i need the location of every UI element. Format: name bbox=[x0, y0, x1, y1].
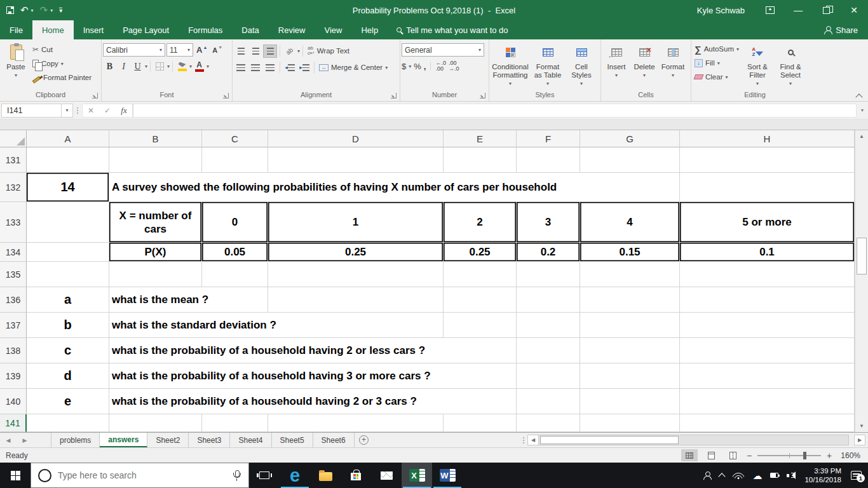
cell-E141[interactable] bbox=[444, 414, 517, 432]
comma-style-button[interactable]: , bbox=[424, 62, 426, 71]
clear-button[interactable]: Clear▾ bbox=[693, 70, 741, 84]
cell-H138[interactable] bbox=[680, 338, 855, 363]
center-button[interactable] bbox=[248, 61, 262, 74]
zoom-level[interactable]: 160% bbox=[837, 451, 860, 460]
cell-A139[interactable]: d bbox=[27, 363, 109, 389]
cell-C134[interactable]: 0.05 bbox=[202, 243, 268, 262]
taskbar-mail[interactable] bbox=[371, 463, 402, 488]
scroll-left-icon[interactable]: ◀ bbox=[527, 435, 539, 445]
decrease-indent-button[interactable]: ◂ bbox=[283, 61, 297, 74]
cell-H141[interactable] bbox=[680, 414, 855, 432]
undo-icon[interactable]: ↶ bbox=[20, 4, 29, 16]
cell-G141[interactable] bbox=[580, 414, 680, 432]
cell-H139[interactable] bbox=[680, 363, 855, 389]
page-break-view-button[interactable] bbox=[724, 449, 741, 461]
fill-color-dropdown-icon[interactable]: ▾ bbox=[189, 64, 192, 69]
orientation-button[interactable]: ab bbox=[283, 44, 297, 58]
taskbar-clock[interactable]: 3:39 PM 10/16/2018 bbox=[804, 466, 841, 484]
formula-bar-divider[interactable] bbox=[73, 107, 82, 114]
share-button[interactable]: Share bbox=[824, 20, 868, 39]
cell-styles-button[interactable]: Cell Styles▾ bbox=[566, 41, 597, 88]
cell-B132[interactable]: A survey showed the following probabilit… bbox=[109, 173, 680, 202]
cell-A136[interactable]: a bbox=[27, 287, 109, 313]
ribbon-tab-help[interactable]: Help bbox=[351, 20, 388, 39]
horizontal-scroll-thumb[interactable] bbox=[540, 436, 679, 444]
font-color-button[interactable]: A bbox=[193, 60, 206, 73]
sheet-tab-sheet3[interactable]: Sheet3 bbox=[189, 433, 230, 447]
tell-me-box[interactable]: Tell me what you want to do bbox=[388, 20, 517, 39]
fill-button[interactable]: ↓Fill▾ bbox=[693, 56, 741, 70]
row-header-135[interactable]: 135 bbox=[0, 262, 27, 287]
underline-button[interactable]: U bbox=[131, 60, 144, 73]
sheet-tab-sheet2[interactable]: Sheet2 bbox=[147, 433, 189, 447]
confirm-entry-icon[interactable]: ✓ bbox=[99, 106, 116, 115]
cell-F136[interactable] bbox=[517, 287, 580, 313]
search-input[interactable] bbox=[58, 470, 233, 480]
orientation-dropdown-icon[interactable]: ▾ bbox=[297, 48, 300, 54]
cell-B141[interactable] bbox=[109, 414, 202, 432]
column-header-D[interactable]: D bbox=[268, 130, 444, 147]
cell-F140[interactable] bbox=[517, 389, 580, 414]
cell-D133[interactable]: 1 bbox=[268, 202, 444, 243]
zoom-slider-thumb[interactable] bbox=[803, 452, 806, 459]
sheet-tab-sheet6[interactable]: Sheet6 bbox=[313, 433, 355, 447]
tab-splitter-handle[interactable] bbox=[520, 433, 527, 447]
cell-F135[interactable] bbox=[517, 262, 580, 287]
italic-button[interactable]: I bbox=[117, 60, 130, 73]
cell-F134[interactable]: 0.2 bbox=[517, 243, 580, 262]
cell-B138[interactable]: what is the probability of a household h… bbox=[109, 338, 517, 363]
ribbon-tab-insert[interactable]: Insert bbox=[74, 20, 114, 39]
cell-B137[interactable]: what is the standard deviation ? bbox=[109, 313, 444, 338]
new-sheet-button[interactable]: + bbox=[355, 433, 374, 447]
cell-B140[interactable]: what is the probability of a househould … bbox=[109, 389, 517, 414]
column-header-A[interactable]: A bbox=[27, 130, 109, 147]
select-all-corner[interactable] bbox=[0, 130, 27, 147]
zoom-slider[interactable] bbox=[757, 455, 821, 456]
show-hidden-icons-icon[interactable] bbox=[719, 473, 726, 480]
battery-icon[interactable] bbox=[770, 473, 778, 478]
redo-dropdown-icon[interactable]: ▾ bbox=[50, 8, 53, 13]
sheet-tab-sheet5[interactable]: Sheet5 bbox=[272, 433, 313, 447]
cell-H131[interactable] bbox=[680, 147, 855, 173]
cell-F137[interactable] bbox=[517, 313, 580, 338]
format-as-table-button[interactable]: Format as Table▾ bbox=[530, 41, 566, 88]
cell-A138[interactable]: c bbox=[27, 338, 109, 363]
top-align-button[interactable] bbox=[234, 44, 248, 58]
cell-H135[interactable] bbox=[680, 262, 855, 287]
cell-B139[interactable]: what is the probability of a household h… bbox=[109, 363, 517, 389]
bold-button[interactable]: B bbox=[103, 60, 116, 73]
accounting-format-button[interactable]: $ bbox=[402, 62, 406, 71]
zoom-out-button[interactable]: − bbox=[746, 451, 752, 461]
cell-E137[interactable] bbox=[444, 313, 517, 338]
ribbon-tab-view[interactable]: View bbox=[315, 20, 351, 39]
font-dialog-launcher-icon[interactable] bbox=[223, 93, 229, 98]
increase-indent-button[interactable]: ▸ bbox=[297, 61, 311, 74]
cell-A134[interactable] bbox=[27, 243, 109, 262]
font-color-dropdown-icon[interactable]: ▾ bbox=[207, 64, 209, 69]
middle-align-button[interactable] bbox=[248, 44, 262, 58]
underline-dropdown-icon[interactable]: ▾ bbox=[145, 64, 147, 69]
cell-F141[interactable] bbox=[517, 414, 580, 432]
autosum-button[interactable]: ∑AutoSum▾ bbox=[693, 42, 741, 56]
insert-function-icon[interactable]: fx bbox=[116, 105, 132, 116]
cell-E131[interactable] bbox=[444, 147, 517, 173]
onedrive-cloud-icon[interactable]: ☁ bbox=[752, 471, 762, 480]
borders-dropdown-icon[interactable]: ▾ bbox=[167, 64, 170, 69]
cell-G138[interactable] bbox=[580, 338, 680, 363]
column-header-F[interactable]: F bbox=[517, 130, 580, 147]
ribbon-tab-review[interactable]: Review bbox=[269, 20, 315, 39]
wifi-icon[interactable] bbox=[733, 471, 744, 479]
borders-button[interactable] bbox=[153, 60, 166, 73]
cell-D135[interactable] bbox=[268, 262, 444, 287]
cell-F133[interactable]: 3 bbox=[517, 202, 580, 243]
row-header-133[interactable]: 133 bbox=[0, 202, 27, 243]
redo-icon[interactable]: ↷ bbox=[40, 4, 48, 16]
vertical-scroll-track[interactable] bbox=[855, 142, 868, 420]
vertical-scroll-thumb[interactable] bbox=[857, 238, 867, 274]
cell-F131[interactable] bbox=[517, 147, 580, 173]
ribbon-tab-page-layout[interactable]: Page Layout bbox=[113, 20, 179, 39]
zoom-in-button[interactable]: + bbox=[826, 451, 832, 461]
ribbon-display-options-button[interactable]: ▲ bbox=[756, 0, 784, 20]
cell-G136[interactable] bbox=[580, 287, 680, 313]
find-select-button[interactable]: Find & Select▾ bbox=[774, 41, 807, 88]
